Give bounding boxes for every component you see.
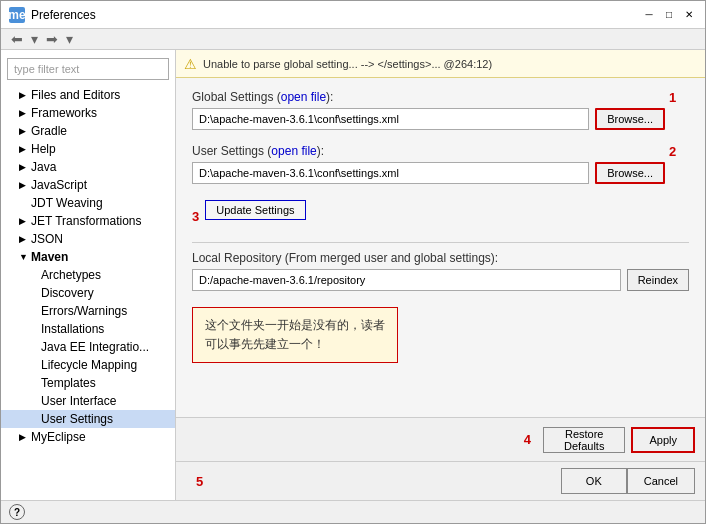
forward-button[interactable]: ➡: [44, 31, 60, 47]
close-button[interactable]: ✕: [681, 7, 697, 23]
settings-content: Global Settings (open file): Browse... 1: [176, 78, 705, 417]
sidebar-item-frameworks[interactable]: ▶ Frameworks: [1, 104, 175, 122]
step4-row: 4: [186, 432, 537, 447]
apply-button[interactable]: Apply: [631, 427, 695, 453]
arrow-icon: ▶: [19, 216, 29, 226]
update-settings-section: 3 Update Settings: [192, 200, 689, 232]
step4-badge: 4: [524, 432, 531, 447]
warning-icon: ⚠: [184, 56, 197, 72]
global-settings-input[interactable]: [192, 108, 589, 130]
arrow-icon: ▶: [19, 144, 29, 154]
step2-badge: 2: [665, 144, 689, 159]
sidebar: ▶ Files and Editors ▶ Frameworks ▶ Gradl…: [1, 50, 176, 500]
user-open-file-link[interactable]: open file: [271, 144, 316, 158]
sidebar-item-java-ee-integration[interactable]: Java EE Integratio...: [1, 338, 175, 356]
arrow-icon: ▶: [19, 432, 29, 442]
sidebar-item-templates[interactable]: Templates: [1, 374, 175, 392]
global-open-file-link[interactable]: open file: [281, 90, 326, 104]
back-button[interactable]: ⬅: [9, 31, 25, 47]
user-settings-main: User Settings (open file): Browse...: [192, 144, 665, 192]
reindex-button[interactable]: Reindex: [627, 269, 689, 291]
arrow-icon: ▶: [19, 180, 29, 190]
local-repo-label: Local Repository (From merged user and g…: [192, 251, 689, 265]
forward-dropdown-button[interactable]: ▾: [29, 31, 40, 47]
sidebar-item-files-and-editors[interactable]: ▶ Files and Editors: [1, 86, 175, 104]
user-browse-button[interactable]: Browse...: [595, 162, 665, 184]
global-settings-field-row: Browse...: [192, 108, 665, 130]
nav-dropdown-button[interactable]: ▾: [64, 31, 75, 47]
arrow-icon: ▶: [19, 126, 29, 136]
tooltip-box: 这个文件夹一开始是没有的，读者 可以事先先建立一个！: [192, 307, 398, 363]
sidebar-item-errors-warnings[interactable]: Errors/Warnings: [1, 302, 175, 320]
sidebar-item-lifecycle-mapping[interactable]: Lifecycle Mapping: [1, 356, 175, 374]
help-icon[interactable]: ?: [9, 504, 25, 520]
tooltip-line2: 可以事先先建立一个！: [205, 335, 385, 354]
step3-badge: 3: [192, 209, 199, 224]
warning-text: Unable to parse global setting... --> </…: [203, 58, 492, 70]
global-browse-button[interactable]: Browse...: [595, 108, 665, 130]
user-settings-field-row: Browse...: [192, 162, 665, 184]
ok-cancel-row: 5 OK Cancel: [176, 461, 705, 500]
local-repo-section: Local Repository (From merged user and g…: [192, 251, 689, 371]
sidebar-item-maven[interactable]: ▼ Maven: [1, 248, 175, 266]
user-settings-section: User Settings (open file): Browse... 2: [192, 144, 689, 192]
sidebar-item-discovery[interactable]: Discovery: [1, 284, 175, 302]
content-area: ▶ Files and Editors ▶ Frameworks ▶ Gradl…: [1, 50, 705, 500]
sidebar-item-javascript[interactable]: ▶ JavaScript: [1, 176, 175, 194]
help-bar: ?: [1, 500, 705, 523]
minimize-button[interactable]: ─: [641, 7, 657, 23]
step1-badge: 1: [665, 90, 689, 105]
step5-badge: 5: [196, 474, 203, 489]
sidebar-item-json[interactable]: ▶ JSON: [1, 230, 175, 248]
update-settings-button[interactable]: Update Settings: [205, 200, 305, 220]
app-icon: me: [9, 7, 25, 23]
arrow-icon: ▶: [19, 234, 29, 244]
user-settings-input[interactable]: [192, 162, 589, 184]
preferences-window: me Preferences ─ □ ✕ ⬅ ▾ ➡ ▾ ▶ Files and…: [0, 0, 706, 524]
sidebar-item-help[interactable]: ▶ Help: [1, 140, 175, 158]
sidebar-item-user-interface[interactable]: User Interface: [1, 392, 175, 410]
sidebar-item-gradle[interactable]: ▶ Gradle: [1, 122, 175, 140]
sidebar-item-jet-transformations[interactable]: ▶ JET Transformations: [1, 212, 175, 230]
divider: [192, 242, 689, 243]
main-panel: ⚠ Unable to parse global setting... --> …: [176, 50, 705, 500]
bottom-buttons-row: 4 Restore Defaults Apply: [176, 417, 705, 461]
restore-defaults-button[interactable]: Restore Defaults: [543, 427, 626, 453]
arrow-icon: ▼: [19, 252, 29, 262]
sidebar-item-jdt-weaving[interactable]: JDT Weaving: [1, 194, 175, 212]
sidebar-item-myeclipse[interactable]: ▶ MyEclipse: [1, 428, 175, 446]
title-bar-text: Preferences: [31, 8, 641, 22]
sidebar-item-user-settings[interactable]: User Settings: [1, 410, 175, 428]
arrow-icon: ▶: [19, 90, 29, 100]
arrow-icon: ▶: [19, 162, 29, 172]
tooltip-line1: 这个文件夹一开始是没有的，读者: [205, 316, 385, 335]
maximize-button[interactable]: □: [661, 7, 677, 23]
global-settings-section: Global Settings (open file): Browse... 1: [192, 90, 689, 138]
ok-button[interactable]: OK: [561, 468, 627, 494]
title-bar-controls: ─ □ ✕: [641, 7, 697, 23]
sidebar-item-archetypes[interactable]: Archetypes: [1, 266, 175, 284]
nav-row: ⬅ ▾ ➡ ▾: [1, 29, 705, 50]
title-bar: me Preferences ─ □ ✕: [1, 1, 705, 29]
global-settings-label: Global Settings (open file):: [192, 90, 665, 104]
local-repo-field-row: Reindex: [192, 269, 689, 291]
sidebar-item-installations[interactable]: Installations: [1, 320, 175, 338]
warning-bar: ⚠ Unable to parse global setting... --> …: [176, 50, 705, 78]
local-repo-input[interactable]: [192, 269, 621, 291]
arrow-icon: ▶: [19, 108, 29, 118]
global-settings-main: Global Settings (open file): Browse...: [192, 90, 665, 138]
cancel-button[interactable]: Cancel: [627, 468, 695, 494]
search-input[interactable]: [7, 58, 169, 80]
sidebar-item-java[interactable]: ▶ Java: [1, 158, 175, 176]
user-settings-label: User Settings (open file):: [192, 144, 665, 158]
